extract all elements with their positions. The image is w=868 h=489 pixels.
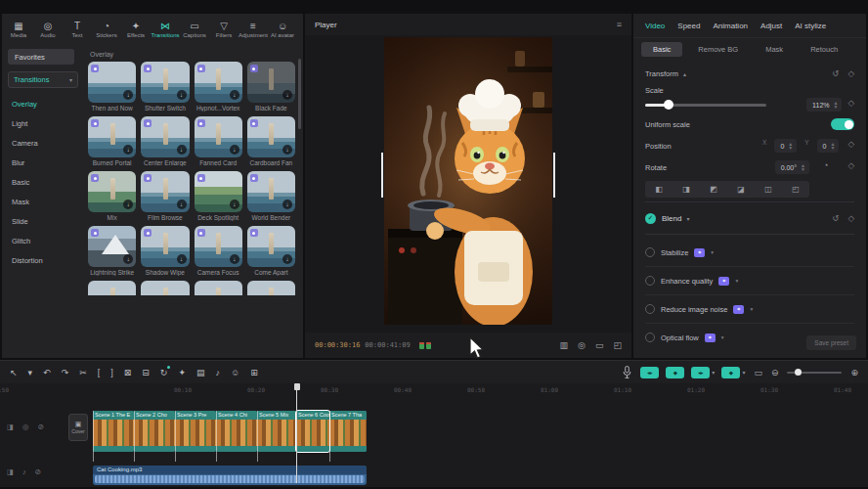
zoom-slider-knob[interactable]	[795, 369, 802, 376]
zoom-out-icon[interactable]: ⊖	[771, 368, 779, 378]
category-dropdown[interactable]: Transitions ▾	[8, 71, 78, 88]
track-control-icon[interactable]: ⊘	[38, 422, 44, 431]
align-icon[interactable]: ◩	[710, 185, 717, 194]
align-icon[interactable]: ◰	[792, 185, 800, 194]
align-icon[interactable]: ◫	[764, 185, 772, 194]
player-control-icon[interactable]: ▭	[595, 340, 604, 350]
favorites-button[interactable]: Favorites	[8, 49, 74, 65]
timeline-tool-icon[interactable]: ]	[110, 368, 113, 378]
video-clip[interactable]: Scene 1 The E	[93, 411, 134, 452]
position-x-input[interactable]: 0 ▲▼	[774, 139, 797, 153]
audio-clip[interactable]: Cat Cooking.mp3	[93, 466, 367, 485]
sidebar-section-item[interactable]: Basic	[8, 172, 84, 192]
sidebar-section-item[interactable]: Distortion	[8, 250, 84, 270]
transition-thumbnail[interactable]	[141, 281, 189, 295]
transition-item[interactable]: ↓ Center Enlarge	[141, 116, 189, 166]
timeline-tool-icon[interactable]: ↖	[10, 368, 18, 378]
feature-checkbox[interactable]	[645, 333, 655, 342]
player-control-icon[interactable]: ▥	[560, 340, 569, 350]
sidebar-section-item[interactable]: Overlay	[8, 94, 84, 113]
transition-thumbnail[interactable]	[195, 281, 242, 295]
transition-item[interactable]: ↓ Cardboard Fan	[247, 116, 295, 166]
toolbar-tab[interactable]: ▦ Media	[4, 21, 33, 38]
timeline-tool-icon[interactable]: ↶	[43, 368, 51, 378]
transition-item[interactable]: ↓ Black Fade	[247, 62, 295, 111]
playhead[interactable]	[296, 383, 297, 483]
zoom-in-icon[interactable]: ⊕	[850, 368, 858, 378]
timeline-tool-icon[interactable]: [	[98, 368, 101, 378]
transition-item[interactable]: ↓ Mix	[88, 171, 136, 221]
timeline-tool-icon[interactable]: ☺	[231, 368, 239, 378]
timeline-mode-toggle[interactable]: ◆	[666, 367, 684, 378]
inspector-subtab[interactable]: Mask	[754, 42, 795, 57]
video-clip[interactable]: Scene 5 Mix	[257, 411, 296, 452]
scrollbar[interactable]	[298, 59, 301, 129]
selection-handle-right[interactable]	[553, 153, 555, 198]
video-preview[interactable]	[384, 37, 552, 325]
uniform-scale-toggle[interactable]	[831, 118, 854, 130]
stepper-icons[interactable]: ▲▼	[834, 101, 839, 110]
toolbar-tab[interactable]: ⋈ Transitions	[151, 21, 180, 38]
inspector-subtab[interactable]: Retouch	[799, 42, 849, 57]
screen-record-icon[interactable]: ▭	[754, 368, 762, 378]
video-clip[interactable]: Scene 3 Pre	[175, 411, 216, 452]
sidebar-section-item[interactable]: Slide	[8, 211, 84, 231]
toolbar-tab[interactable]: ≡ Adjustment	[239, 21, 268, 38]
transition-item[interactable]: ↓ Burned Portal	[88, 116, 136, 166]
track-control-icon[interactable]: ⊘	[35, 467, 41, 476]
toolbar-tab[interactable]: ◔ Stickers	[92, 21, 121, 38]
chevron-down-icon[interactable]: ▾	[750, 306, 753, 312]
stepper-icons[interactable]: ▲▼	[831, 142, 836, 151]
video-clip[interactable]: Scene 7 Tha	[329, 411, 367, 452]
player-menu-icon[interactable]: ≡	[617, 20, 622, 29]
reset-icon[interactable]: ↺	[832, 68, 839, 78]
timeline-tool-icon[interactable]: ⊞	[250, 368, 258, 378]
track-control-icon[interactable]: ◎	[22, 422, 29, 431]
toolbar-tab[interactable]: ▭ Captions	[180, 21, 209, 38]
rotate-dial-icon[interactable]: ◔	[823, 160, 828, 174]
transition-item[interactable]: ↓ Deck Spotlight	[195, 171, 242, 221]
timeline-tool-icon[interactable]: ⊟	[142, 368, 150, 378]
scale-value-input[interactable]: 112% ▲▼	[806, 98, 842, 111]
stepper-icons[interactable]: ▲▼	[788, 142, 793, 151]
timeline-tool-icon[interactable]: ⊠	[124, 368, 132, 378]
transition-item[interactable]: ↓ Come Apart	[247, 226, 295, 276]
timeline-tool-icon[interactable]: ✂	[79, 368, 87, 378]
timeline-tool-icon[interactable]: ↻	[160, 368, 168, 378]
timeline-mode-toggle[interactable]: ◂▸	[640, 367, 659, 378]
toolbar-tab[interactable]: ☺ AI avatar	[268, 21, 297, 38]
sidebar-section-item[interactable]: Blur	[8, 153, 84, 172]
track-control-icon[interactable]: ♪	[22, 467, 26, 476]
transition-item[interactable]: ↓ Shutter Switch	[141, 62, 189, 111]
transition-item[interactable]: ↓ Camera Focus	[195, 226, 242, 276]
align-icon[interactable]: ◨	[682, 185, 690, 194]
timeline-tool-icon[interactable]: ↷	[62, 368, 69, 378]
sidebar-section-item[interactable]: Camera	[8, 133, 84, 153]
transition-item[interactable]: ↓ Fanned Card	[195, 116, 242, 166]
save-preset-button[interactable]: Save preset	[806, 335, 856, 350]
chevron-down-icon[interactable]: ▾	[721, 334, 724, 340]
microphone-icon[interactable]	[623, 366, 631, 378]
timeline-mode-toggle[interactable]: ◂▸	[691, 367, 715, 378]
transition-item[interactable]: ↓ World Bender	[247, 171, 295, 221]
transform-section-header[interactable]: Transform ▴ ↺ ◇	[645, 63, 854, 84]
inspector-tab[interactable]: AI stylize	[795, 22, 826, 30]
position-y-input[interactable]: 0 ▲▼	[817, 139, 840, 153]
selection-handle-left[interactable]	[381, 153, 383, 198]
video-clip[interactable]: Scene 4 Chi	[216, 411, 257, 452]
chevron-down-icon[interactable]: ▾	[711, 249, 714, 255]
blend-checkbox[interactable]: ✓	[645, 213, 656, 224]
inspector-tab[interactable]: Animation	[713, 22, 748, 30]
inspector-subtab[interactable]: Remove BG	[686, 42, 750, 57]
track-control-icon[interactable]: ◨	[7, 422, 14, 431]
transition-item[interactable]: ↓ Hypnot...Vortex	[195, 62, 242, 111]
inspector-tab[interactable]: Speed	[677, 22, 700, 30]
transition-item[interactable]: ↓ Shadow Wipe	[141, 226, 189, 276]
toolbar-tab[interactable]: ◎ Audio	[33, 21, 63, 38]
align-icon[interactable]: ◪	[737, 185, 745, 194]
timeline-ruler[interactable]: 00:1000:2000:3000:4000:5001:0001:1001:20…	[0, 383, 868, 397]
feature-checkbox[interactable]	[645, 276, 655, 286]
feature-checkbox[interactable]	[645, 304, 655, 314]
chevron-down-icon[interactable]: ▾	[735, 278, 738, 284]
timeline-tool-icon[interactable]: ♪	[215, 368, 220, 378]
